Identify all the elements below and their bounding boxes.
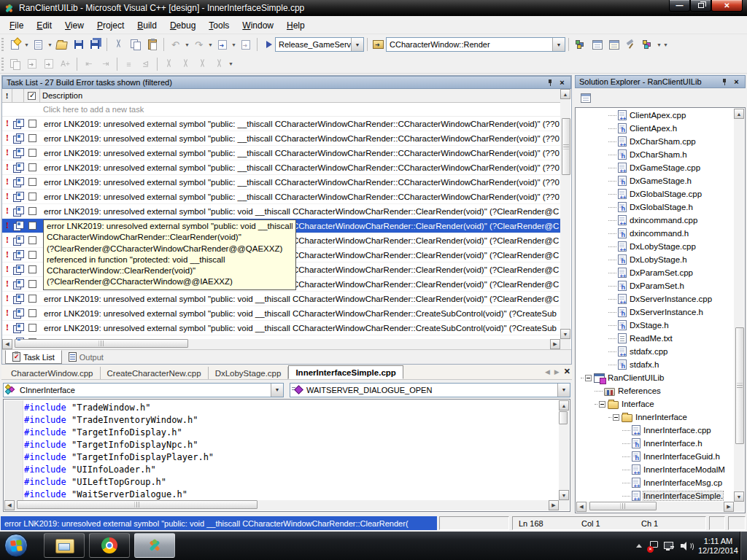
column-header-category[interactable] — [12, 89, 24, 102]
menu-window[interactable]: Window — [236, 18, 280, 33]
task-row[interactable]: ! error LNK2019: unresolved external sym… — [2, 321, 561, 335]
menu-file[interactable]: File — [3, 18, 30, 33]
task-row[interactable]: ! error LNK2019: unresolved external sym… — [2, 190, 561, 204]
tree-item-ClientApex.h[interactable]: ClientApex.h — [576, 122, 734, 135]
class-view-icon[interactable] — [640, 37, 655, 52]
tab-task-list[interactable]: Task List — [5, 350, 62, 364]
task-checkbox[interactable] — [24, 222, 40, 230]
code-text[interactable]: #include "TradeWindow.h"#include "TradeI… — [24, 402, 558, 500]
menu-edit[interactable]: Edit — [30, 18, 58, 33]
tree-item-References[interactable]: References — [576, 384, 734, 397]
network-icon[interactable] — [664, 542, 674, 551]
clear-bookmarks-icon[interactable] — [212, 57, 227, 71]
scroll-right-button[interactable]: ▶ — [550, 339, 560, 349]
tree-item-InnerInterface.cpp[interactable]: InnerInterface.cpp — [576, 424, 734, 437]
scroll-thumb[interactable] — [589, 502, 657, 510]
save-icon[interactable] — [71, 37, 86, 52]
task-list-vertical-scrollbar[interactable]: ▲ ▼ — [560, 89, 570, 339]
toolbox-icon[interactable] — [623, 37, 638, 52]
editor-tab-CharacterWindow.cpp[interactable]: CharacterWindow.cpp — [4, 367, 101, 379]
tree-item-DxServerInstance.h[interactable]: DxServerInstance.h — [576, 306, 734, 319]
tree-item-DxLobyStage.h[interactable]: DxLobyStage.h — [576, 253, 734, 266]
solution-explorer-icon[interactable] — [573, 37, 588, 52]
new-file-icon[interactable] — [7, 37, 23, 52]
tree-item-InnerInterfaceGuid.h[interactable]: InnerInterfaceGuid.h — [576, 450, 734, 463]
find-symbol-icon[interactable] — [373, 40, 384, 49]
scroll-left-button[interactable]: ◀ — [2, 339, 12, 349]
tree-item-DxCharSham.h[interactable]: DxCharSham.h — [576, 148, 734, 161]
scroll-down-button[interactable]: ▼ — [560, 329, 570, 339]
scroll-thumb[interactable] — [735, 327, 744, 444]
column-header-checked[interactable] — [24, 89, 40, 102]
task-list-horizontal-scrollbar[interactable]: ◀ ▶ — [2, 339, 560, 349]
toggle-bookmark-icon[interactable] — [161, 57, 177, 71]
tree-item-DxGlobalStage.h[interactable]: DxGlobalStage.h — [576, 201, 734, 214]
editor-tab-InnerInterfaceSimple.cpp[interactable]: InnerInterfaceSimple.cpp — [288, 365, 403, 379]
word-completion-icon[interactable]: A+ — [58, 57, 73, 71]
save-all-icon[interactable] — [88, 37, 103, 52]
task-checkbox[interactable] — [24, 192, 40, 201]
task-row[interactable]: ! error LNK2019: unresolved external sym… — [2, 160, 561, 175]
task-row[interactable]: ! error LNK2019: unresolved external sym… — [2, 292, 561, 306]
property-pages-icon[interactable] — [606, 37, 622, 52]
class-view-dropdown[interactable]: ▼ — [656, 42, 662, 47]
task-checkbox[interactable] — [24, 309, 40, 317]
scroll-thumb[interactable] — [559, 411, 568, 424]
tree-item-InnerInterfaceSimple.[interactable]: InnerInterfaceSimple. — [576, 489, 734, 502]
task-checkbox[interactable] — [24, 163, 40, 171]
task-checkbox[interactable] — [24, 178, 40, 186]
symbol-combo-dropdown[interactable]: ▼ — [552, 38, 565, 51]
task-checkbox[interactable] — [24, 280, 40, 288]
tree-item-DxServerInstance.cpp[interactable]: DxServerInstance.cpp — [576, 292, 734, 306]
configuration-combo[interactable]: Release_GameServe ▼ — [275, 37, 364, 52]
tree-horizontal-scrollbar[interactable]: ◀ ▶ — [576, 502, 734, 512]
menu-debug[interactable]: Debug — [163, 18, 202, 33]
task-row[interactable]: ! error LNK2019: unresolved external sym… — [2, 175, 561, 190]
tree-item-InnerInterface[interactable]: InnerInterface — [576, 411, 734, 424]
task-checkbox[interactable] — [24, 236, 40, 244]
tree-item-InnerInterfaceModalM[interactable]: InnerInterfaceModalM — [576, 463, 734, 476]
create-declaration-icon[interactable] — [7, 57, 23, 71]
tree-item-stdafx.h[interactable]: stdafx.h — [576, 358, 734, 371]
tree-item-dxincommand.h[interactable]: dxincommand.h — [576, 227, 734, 240]
tree-item-ClientApex.cpp[interactable]: ClientApex.cpp — [576, 109, 734, 122]
tree-item-DxGameStage.h[interactable]: DxGameStage.h — [576, 174, 734, 187]
scroll-right-button[interactable]: ▶ — [724, 502, 734, 512]
taskbar-chrome-button[interactable] — [89, 533, 130, 558]
code-editor[interactable]: #include "TradeWindow.h"#include "TradeI… — [3, 399, 570, 512]
tree-vertical-scrollbar[interactable]: ▲ ▼ — [734, 109, 744, 502]
pin-icon[interactable] — [546, 78, 555, 88]
task-checkbox[interactable] — [24, 120, 40, 128]
copy-icon[interactable] — [128, 37, 143, 52]
properties-icon[interactable] — [578, 90, 593, 105]
taskbar-explorer-button[interactable] — [44, 533, 85, 558]
task-checkbox[interactable] — [24, 149, 40, 157]
tree-item-Interface[interactable]: Interface — [576, 397, 734, 411]
scroll-up-button[interactable]: ▲ — [559, 400, 569, 411]
selection-margin[interactable] — [4, 400, 23, 500]
class-combo[interactable]: CInnerInterface ▼ — [3, 383, 284, 397]
collapse-expander-icon[interactable] — [599, 401, 605, 408]
tab-output[interactable]: Output — [62, 350, 110, 364]
scroll-thumb[interactable] — [17, 500, 258, 509]
new-file-dropdown[interactable]: ▼ — [23, 42, 30, 47]
editor-vertical-scrollbar[interactable]: ▲ ▼ — [559, 400, 569, 500]
scroll-thumb[interactable] — [15, 339, 188, 348]
close-button[interactable]: ✕ — [711, 0, 743, 12]
redo-dropdown[interactable]: ▼ — [207, 42, 214, 47]
task-row[interactable]: ! error LNK2019: unresolved external sym… — [2, 204, 561, 219]
paste-icon[interactable] — [144, 37, 160, 52]
comment-icon[interactable]: ≡ — [121, 57, 136, 71]
start-button[interactable] — [266, 41, 272, 48]
scroll-left-button[interactable]: ◀ — [576, 502, 587, 512]
menu-tools[interactable]: Tools — [202, 18, 236, 33]
tree-item-InnerInterface.h[interactable]: InnerInterface.h — [576, 437, 734, 450]
tree-item-DxCharSham.cpp[interactable]: DxCharSham.cpp — [576, 135, 734, 148]
tree-item-DxGlobalStage.cpp[interactable]: DxGlobalStage.cpp — [576, 187, 734, 201]
scroll-thumb[interactable] — [562, 118, 570, 175]
add-item-dropdown[interactable]: ▼ — [47, 42, 53, 47]
menu-view[interactable]: View — [58, 18, 90, 33]
tree-item-dxincommand.cpp[interactable]: dxincommand.cpp — [576, 214, 734, 227]
member-combo-dropdown[interactable]: ▼ — [557, 384, 570, 397]
task-row[interactable]: ! error LNK2019: unresolved external sym… — [2, 117, 561, 131]
